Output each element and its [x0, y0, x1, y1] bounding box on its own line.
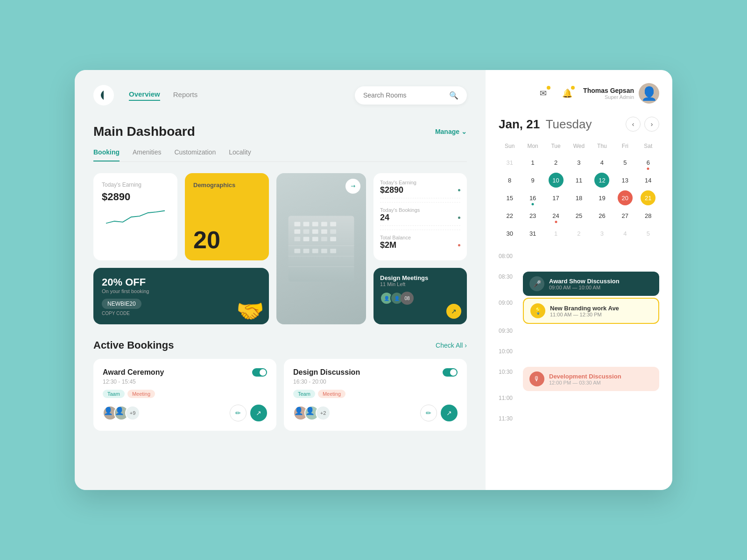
cal-day-3-next[interactable]: 3 [594, 226, 609, 241]
cal-day-16[interactable]: 16 [525, 190, 540, 205]
schedule: 08:00 08:30 🎤 Award Show Discussion 09:0… [499, 251, 659, 477]
event-branding-time: 11:00 AM — 12:30 PM [550, 312, 619, 317]
event-award-title: Award Show Discussion [549, 278, 620, 285]
cal-day-1[interactable]: 1 [525, 155, 540, 170]
cal-day-8[interactable]: 8 [502, 173, 517, 188]
event-branding[interactable]: 💡 New Branding work Ave 11:00 AM — 12:30… [523, 298, 659, 324]
app-container: Overview Reports 🔍 Main Dashboard Manage… [75, 70, 672, 490]
cal-day-17[interactable]: 17 [549, 190, 564, 205]
check-all-link[interactable]: Check All › [436, 342, 467, 349]
development-icon: 🎙 [529, 371, 544, 386]
cal-day-31-prev[interactable]: 31 [502, 155, 517, 170]
avatar-count-badge: 08 [401, 292, 414, 305]
tab-locality[interactable]: Locality [229, 148, 251, 161]
nav-overview[interactable]: Overview [129, 90, 160, 101]
design-meeting-action-button[interactable]: ↗ [446, 304, 461, 319]
trend-chart [102, 209, 169, 225]
promo-illustration: 🤝 [236, 298, 264, 324]
cal-day-21[interactable]: 21 [641, 190, 655, 205]
cal-day-19[interactable]: 19 [594, 190, 609, 205]
cal-day-6[interactable]: 6 [641, 155, 655, 170]
booking-1-edit-button[interactable]: ✏ [230, 405, 247, 421]
user-name: Thomas Gepsan [583, 87, 634, 94]
cal-day-9[interactable]: 9 [525, 173, 540, 188]
cal-day-13[interactable]: 13 [618, 173, 633, 188]
svg-rect-12 [294, 237, 300, 241]
cal-day-14[interactable]: 14 [641, 173, 655, 188]
stats-widget: Today's Earning $2890 Today's Bookings 2… [374, 173, 467, 260]
right-panel: ✉ 🔔 Thomas Gepsan Super Admin 👤 Jan, 21 … [486, 70, 672, 490]
time-1130: 11:30 [499, 413, 517, 422]
booking-2-edit-button[interactable]: ✏ [420, 405, 437, 421]
tab-booking[interactable]: Booking [93, 148, 120, 161]
cal-day-5-next[interactable]: 5 [641, 226, 655, 241]
cal-header-sat: Sat [637, 141, 659, 153]
booking-card-2: Design Discussion 16:30 - 20:00 Team Mee… [284, 359, 467, 431]
cal-day-1-next[interactable]: 1 [549, 226, 564, 241]
avatar[interactable]: 👤 [639, 83, 659, 104]
cal-day-3[interactable]: 3 [571, 155, 586, 170]
demographics-value: 20 [193, 228, 261, 252]
cal-day-23[interactable]: 23 [525, 208, 540, 223]
cal-day-5[interactable]: 5 [618, 155, 633, 170]
tab-amenities[interactable]: Amenities [133, 148, 161, 161]
timeslot-1000: 10:00 [499, 346, 659, 365]
cal-day-22[interactable]: 22 [502, 208, 517, 223]
booking-2-toggle[interactable] [443, 368, 458, 377]
promo-widget: 20% OFF On your first booking NEWBIE20 C… [93, 268, 269, 324]
cal-day-25[interactable]: 25 [571, 208, 586, 223]
mail-icon-button[interactable]: ✉ [535, 85, 551, 102]
tab-customization[interactable]: Customization [174, 148, 216, 161]
building-expand-icon[interactable]: ↗ [345, 179, 360, 194]
user-role: Super Admin [583, 94, 634, 100]
slot-1030-content: 🎙 Development Discussion 12:00 PM — 03:3… [523, 367, 659, 391]
cal-day-2[interactable]: 2 [549, 155, 564, 170]
event-development-details: Development Discussion 12:00 PM — 03:30 … [549, 373, 621, 385]
cal-day-31[interactable]: 31 [525, 226, 540, 241]
manage-button[interactable]: Manage ⌄ [435, 128, 467, 135]
svg-rect-3 [303, 222, 310, 226]
tabs-row: Booking Amenities Customization Locality [93, 148, 467, 162]
cal-day-15[interactable]: 15 [502, 190, 517, 205]
cal-day-2-next[interactable]: 2 [571, 226, 586, 241]
cal-day-26[interactable]: 26 [594, 208, 609, 223]
page-title: Main Dashboard [93, 124, 195, 139]
svg-rect-16 [330, 237, 336, 241]
search-input[interactable] [363, 91, 444, 99]
svg-rect-20 [294, 249, 300, 253]
bell-icon-button[interactable]: 🔔 [559, 85, 576, 102]
booking-1-toggle[interactable] [252, 368, 267, 377]
bell-icon: 🔔 [562, 88, 572, 98]
cal-day-4[interactable]: 4 [594, 155, 609, 170]
nav-reports[interactable]: Reports [173, 91, 198, 100]
event-award-time: 09:00 AM — 10:00 AM [549, 285, 620, 290]
svg-rect-14 [312, 237, 318, 241]
cal-day-20[interactable]: 20 [618, 190, 633, 205]
booking-2-goto-button[interactable]: ↗ [441, 405, 458, 421]
cal-header-fri: Fri [614, 141, 636, 153]
cal-day-18[interactable]: 18 [571, 190, 586, 205]
cal-next-button[interactable]: › [644, 117, 659, 132]
cal-day-24[interactable]: 24 [549, 208, 564, 223]
cal-day-28[interactable]: 28 [641, 208, 655, 223]
tag-meeting-2: Meeting [318, 390, 345, 398]
cal-day-10[interactable]: 10 [549, 173, 564, 188]
event-award-show[interactable]: 🎤 Award Show Discussion 09:00 AM — 10:00… [523, 272, 659, 296]
design-meeting-sub: 11 Min Left [380, 281, 460, 287]
event-award-details: Award Show Discussion 09:00 AM — 10:00 A… [549, 278, 620, 290]
event-development[interactable]: 🎙 Development Discussion 12:00 PM — 03:3… [523, 367, 659, 391]
widget-grid: Today's Earning $2890 Demographics 20 [93, 173, 467, 324]
earning-label: Today's Earning [102, 182, 169, 188]
cal-day-11[interactable]: 11 [571, 173, 586, 188]
cal-day-4-next[interactable]: 4 [618, 226, 633, 241]
cal-day-12[interactable]: 12 [594, 173, 609, 188]
cal-header-tue: Tue [545, 141, 567, 153]
cal-day-30[interactable]: 30 [502, 226, 517, 241]
search-icon: 🔍 [449, 91, 458, 100]
svg-rect-7 [294, 229, 300, 234]
booking-1-goto-button[interactable]: ↗ [250, 405, 267, 421]
cal-prev-button[interactable]: ‹ [626, 117, 641, 132]
time-0800: 08:00 [499, 251, 517, 259]
stats-balance: Total Balance $2M [380, 235, 460, 254]
cal-day-27[interactable]: 27 [618, 208, 633, 223]
